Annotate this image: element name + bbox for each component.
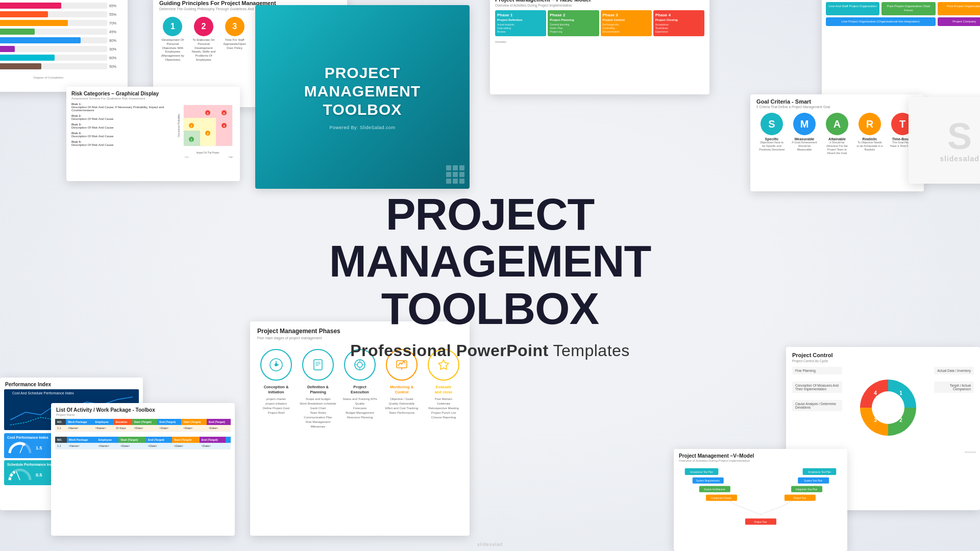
hero-card-inner: PROJECT MANAGEMENT TOOLBOX Powered By: S…	[255, 5, 470, 189]
svg-text:Component Design: Component Design	[711, 497, 732, 499]
svg-text:2: 2	[207, 132, 209, 135]
projctrl-label-cause: Cause Analysis / Determine Deviations	[792, 400, 842, 411]
risk-matrix-svg: 1 2 3 4 5 6 Impact On The Project Occurr…	[174, 103, 235, 159]
svg-text:Low: Low	[185, 156, 188, 158]
phase-activities-label: Activities	[490, 38, 709, 45]
workpkg-table-1: NO. Work Package Employee Duration Start…	[55, 419, 231, 432]
svg-text:Project Test: Project Test	[754, 521, 767, 523]
projctrl-content: Fine Planning Conception Of Measures And…	[786, 367, 980, 448]
phase-definition: Definition &Planning Scope and budgetWor…	[300, 349, 336, 429]
projctrl-label-conception: Conception Of Measures And Their Impleme…	[792, 382, 842, 393]
hero-title: PROJECT MANAGEMENT TOOLBOX	[245, 191, 735, 332]
hero-card-title: PROJECT MANAGEMENT TOOLBOX	[265, 64, 459, 119]
workpkg-title: List Of Activity / Work Package - Toolbo…	[51, 403, 235, 413]
risk-matrix: 1 2 3 4 5 6 Impact On The Project Occurr…	[174, 103, 235, 159]
projctrl-label-actual: Actual Data / Inventory	[934, 367, 974, 374]
org-box-3: Pure Project Organization	[938, 2, 980, 15]
risk-list: Risk 1:Description Of Risk And Cause, If…	[71, 103, 168, 159]
svg-text:Occurrence Probability: Occurrence Probability	[178, 113, 180, 137]
phase-evaluate-items: Post MortemCelebrateRetrospective Meetin…	[428, 397, 459, 420]
phase-monitoring-label: Monitoring &Control	[390, 385, 413, 395]
workpkg-tables: NO. Work Package Employee Duration Start…	[51, 419, 235, 449]
guiding-icon-3: 3 Time For Staff Appraisals/Open Door Po…	[222, 17, 248, 62]
hero-card-powered: Powered By: SlideSalad.com	[329, 125, 395, 130]
org-box-1: Line-And-Staff Project Organization	[826, 2, 879, 15]
vmodel-diagram: Acceptance Test Plan System Requirements…	[678, 467, 843, 529]
phase-3-box: Phase 3 Project Control Exchange infoCon…	[601, 10, 652, 36]
footer-watermark: slidesalad	[477, 542, 503, 547]
svg-rect-3	[200, 118, 216, 131]
phase-conception-icon	[260, 349, 292, 381]
risk-slide: Risk Categories – Graphical Display Asse…	[66, 87, 240, 181]
kpi-schedule-val: 0.5	[36, 472, 42, 478]
phase-evaluate: Evaluateand close Post MortemCelebrateRe…	[425, 349, 462, 429]
risk-item-4: Risk 4:Description Of Risk And Cause	[71, 132, 168, 138]
phase-monitoring-icon	[386, 349, 418, 381]
slidesalad-logo-card: S slidesalad	[909, 97, 980, 184]
risk-subtitle: Assessment Scheme For Qualitative Risk A…	[66, 97, 240, 103]
smart-m: M Measurable A Goal Achievement Should b…	[791, 113, 818, 156]
org-box-4: Line Project Organization (Organisationa…	[826, 17, 936, 27]
svg-text:1: 1	[899, 390, 902, 396]
svg-text:Impact On The Project: Impact On The Project	[197, 152, 220, 154]
bar-chart-slide: 65% 55% 70% 45% 80% 30% 60% 50% Degree o…	[0, 0, 128, 92]
perf-title: Performance Index	[0, 378, 143, 389]
smart-subtitle: 5 Criteria That Define a Project Managem…	[750, 105, 924, 113]
phase-execution-icon	[344, 349, 376, 381]
svg-text:5: 5	[207, 112, 209, 115]
svg-text:System Architecture: System Architecture	[704, 488, 725, 491]
svg-text:Integration Test Plan: Integration Test Plan	[796, 488, 818, 491]
phase-definition-label: Definition &Planning	[307, 385, 329, 395]
svg-line-26	[20, 444, 23, 453]
smart-slide: Goal Criteria - Smart 5 Criteria That De…	[750, 94, 924, 191]
svg-text:3: 3	[874, 417, 877, 423]
svg-text:6: 6	[224, 112, 225, 115]
risk-item-2: Risk 2:Description Of Risk And Cause	[71, 114, 168, 120]
risk-item-5: Risk 5:Description Of Risk And Cause	[71, 140, 168, 146]
phase-execution: ProjectExecution Status and Tracking KPI…	[341, 349, 378, 429]
smart-title: Goal Criteria - Smart	[750, 94, 924, 105]
org-chart-slide: Project Organization Types Line-And-Staf…	[822, 0, 980, 102]
main-hero-card: PROJECT MANAGEMENT TOOLBOX Powered By: S…	[255, 5, 470, 189]
phases-slide: Project Management Phases Five main stag…	[250, 321, 470, 536]
risk-item-1: Risk 1:Description Of Risk And Cause, If…	[71, 103, 168, 112]
phase-model-subtitle: Overview of Activities During Project Im…	[490, 4, 709, 10]
phase-evaluate-label: Evaluateand close	[435, 385, 453, 395]
svg-text:Cost And Schedule Performance : Cost And Schedule Performance Index	[12, 391, 74, 395]
projctrl-left-labels: Fine Planning Conception Of Measures And…	[792, 367, 842, 448]
svg-text:High: High	[229, 156, 233, 158]
risk-content: Risk 1:Description Of Risk And Cause, If…	[66, 103, 240, 162]
vmodel-subtitle: Overview of Activities During Project Im…	[674, 459, 847, 465]
phases-subtitle: Five main stages of project management	[250, 336, 470, 345]
org-grid: Line-And-Staff Project Organization Pure…	[826, 2, 980, 26]
svg-text:2: 2	[899, 417, 902, 423]
projctrl-label-fine-planning: Fine Planning	[792, 367, 842, 374]
svg-text:Acceptance Test Plan: Acceptance Test Plan	[808, 471, 831, 473]
phase-conception: Conception &Initiation project charterpr…	[258, 349, 295, 429]
slidesalad-name: slidesalad	[940, 155, 979, 163]
projctrl-donut: 1 2 3 4	[847, 367, 929, 448]
phase-monitoring: Monitoring &Control Objective / GoalsQua…	[383, 349, 420, 429]
guiding-icon-2: 2 To Elaborate On Personal Development N…	[191, 17, 216, 62]
phase-monitoring-items: Objective / GoalsQuality DeliverableEffo…	[385, 397, 418, 415]
svg-rect-30	[314, 360, 322, 370]
phase-4-box: Phase 4 Project Closing AcceptanceTouchd…	[653, 10, 704, 36]
workpkg-subtitle: Project Name	[51, 413, 235, 419]
phases-title: Project Management Phases	[250, 321, 470, 336]
kpi-schedule-gauge	[7, 467, 33, 483]
phase-boxes: Phase 1 Project Definition Actual analys…	[490, 10, 709, 36]
kpi-cost-gauge	[7, 440, 33, 456]
smart-circles: S Specific Objectives Have to be Specifi…	[750, 113, 924, 160]
phase-model-slide: Project Management – Phase Model Overvie…	[490, 0, 709, 94]
svg-text:1: 1	[191, 138, 192, 141]
phase-2-box: Phase 2 Project Planning General plannin…	[548, 10, 599, 36]
phase-definition-icon	[302, 349, 334, 381]
svg-point-35	[357, 362, 362, 367]
smart-s: S Specific Objectives Have to be Specifi…	[758, 113, 785, 156]
projctrl-label-target: Target / Actual Comparison	[934, 382, 974, 393]
phase-definition-items: Scope and budgetWork Breakdown scheduleG…	[300, 397, 336, 429]
svg-text:System Requirements: System Requirements	[696, 480, 720, 482]
workpkg-table-2: NO. Work Package Employee Start (Target)…	[55, 437, 231, 449]
projctrl-right-labels: Actual Data / Inventory Target / Actual …	[934, 367, 974, 448]
slidesalad-s-icon: S	[947, 118, 972, 155]
